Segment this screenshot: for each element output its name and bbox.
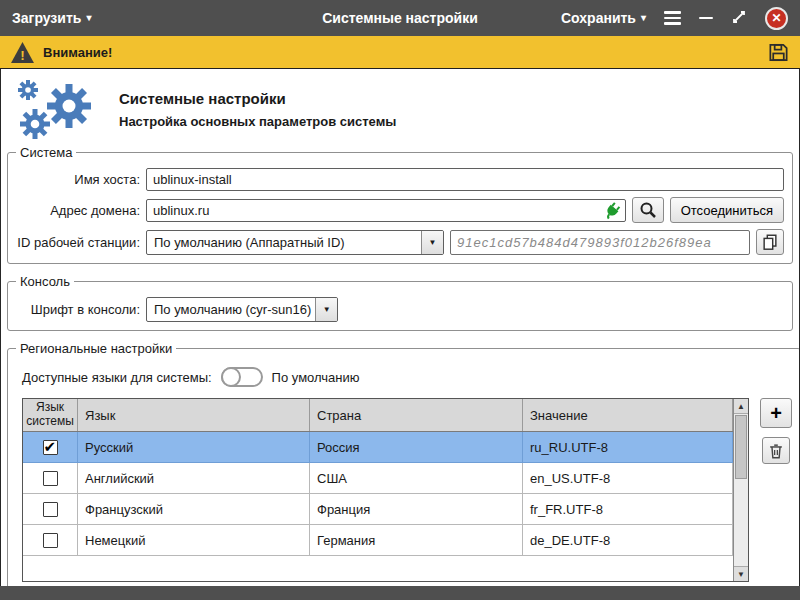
cell-country: Россия	[310, 432, 523, 462]
cell-language: Французский	[78, 494, 310, 524]
chevron-down-icon: ▾	[86, 13, 91, 23]
titlebar: Системные настройки Загрузить ▾ Сохранит…	[0, 0, 800, 36]
regional-section: Региональные настройки Доступные языки д…	[7, 341, 800, 586]
languages-table: Язык системы Язык Страна Значение Русски…	[22, 398, 749, 582]
row-checkbox[interactable]	[43, 471, 58, 486]
column-header-system-language: Язык системы	[23, 399, 78, 431]
console-font-label: Шрифт в консоли:	[16, 302, 140, 317]
cell-country: Германия	[310, 525, 523, 555]
domain-input[interactable]	[146, 199, 626, 222]
trash-icon	[767, 442, 785, 460]
row-checkbox[interactable]	[43, 533, 58, 548]
table-row[interactable]: Английский США en_US.UTF-8	[23, 463, 733, 494]
load-menu-label: Загрузить	[12, 10, 81, 26]
scroll-up-button[interactable]: ▲	[734, 399, 748, 414]
station-id-label: ID рабочей станции:	[16, 235, 140, 250]
console-font-selected-value: По умолчанию (cyr-sun16)	[154, 302, 311, 317]
table-row[interactable]: Немецкий Германия de_DE.UTF-8	[23, 525, 733, 556]
cell-language: Немецкий	[78, 525, 310, 555]
close-button[interactable]: ✕	[765, 7, 788, 30]
table-row[interactable]: Французский Франция fr_FR.UTF-8	[23, 494, 733, 525]
console-legend: Консоль	[16, 274, 74, 289]
page-subtitle: Настройка основных параметров системы	[119, 114, 396, 129]
table-header-row: Язык системы Язык Страна Значение	[23, 399, 733, 432]
toggle-state-label: По умолчанию	[272, 370, 360, 385]
station-id-select[interactable]: По умолчанию (Аппаратный ID) ▼	[146, 230, 444, 255]
chevron-down-icon: ▼	[421, 231, 443, 254]
cell-language: Английский	[78, 463, 310, 493]
chevron-down-icon: ▼	[315, 298, 337, 321]
minimize-button[interactable]	[699, 17, 713, 20]
system-section: Система Имя хоста: Адрес домена:	[7, 145, 793, 264]
cell-value: ru_RU.UTF-8	[523, 432, 733, 462]
system-legend: Система	[16, 145, 76, 160]
column-header-country: Страна	[310, 399, 523, 431]
load-menu-button[interactable]: Загрузить ▾	[12, 10, 91, 26]
station-id-selected-value: По умолчанию (Аппаратный ID)	[154, 235, 345, 250]
row-checkbox[interactable]	[43, 440, 58, 455]
disconnect-button[interactable]: Отсоединиться	[670, 197, 784, 223]
warning-text: Внимание!	[43, 45, 112, 60]
table-scrollbar[interactable]: ▲ ▼	[733, 399, 748, 581]
station-id-value-field	[450, 230, 750, 255]
search-domain-button[interactable]	[632, 197, 664, 223]
save-menu-button[interactable]: Сохранить ▾	[561, 10, 646, 26]
copy-icon	[761, 233, 779, 251]
warning-triangle-icon: !	[10, 41, 35, 64]
cell-language: Русский	[78, 432, 310, 462]
page-title: Системные настройки	[119, 90, 396, 107]
column-header-language: Язык	[78, 399, 310, 431]
column-header-value: Значение	[523, 399, 733, 431]
main-content: Системные настройки Настройка основных п…	[0, 69, 800, 586]
svg-text:!: !	[20, 47, 25, 62]
available-languages-label: Доступные языки для системы:	[22, 370, 212, 385]
console-font-select[interactable]: По умолчанию (cyr-sun16) ▼	[146, 297, 338, 322]
chevron-down-icon: ▾	[641, 13, 646, 23]
cell-value: en_US.UTF-8	[523, 463, 733, 493]
domain-label: Адрес домена:	[16, 203, 140, 218]
search-icon	[639, 201, 657, 219]
hostname-label: Имя хоста:	[16, 172, 140, 187]
cell-value: fr_FR.UTF-8	[523, 494, 733, 524]
cell-country: США	[310, 463, 523, 493]
gears-icon	[11, 79, 103, 139]
cell-country: Франция	[310, 494, 523, 524]
save-menu-label: Сохранить	[561, 10, 636, 26]
row-checkbox[interactable]	[43, 502, 58, 517]
save-settings-button[interactable]	[767, 41, 790, 64]
connected-plug-icon	[603, 202, 621, 223]
delete-language-button[interactable]	[762, 437, 790, 464]
floppy-disk-icon	[767, 41, 790, 64]
scrollbar-thumb[interactable]	[735, 415, 747, 479]
bottom-status-bar	[0, 586, 800, 600]
add-language-button[interactable]: +	[760, 398, 792, 428]
hostname-input[interactable]	[146, 168, 784, 191]
warning-bar: ! Внимание!	[0, 36, 800, 69]
table-row[interactable]: Русский Россия ru_RU.UTF-8	[23, 432, 733, 463]
regional-legend: Региональные настройки	[16, 341, 176, 356]
copy-id-button[interactable]	[756, 229, 784, 255]
scroll-down-button[interactable]: ▼	[734, 566, 748, 581]
maximize-button[interactable]	[731, 9, 747, 28]
console-section: Консоль Шрифт в консоли: По умолчанию (c…	[7, 274, 793, 331]
default-languages-toggle[interactable]	[221, 367, 263, 387]
expand-icon	[731, 9, 747, 25]
cell-value: de_DE.UTF-8	[523, 525, 733, 555]
hamburger-menu-icon[interactable]	[664, 8, 681, 28]
app-header: Системные настройки Настройка основных п…	[11, 79, 799, 139]
